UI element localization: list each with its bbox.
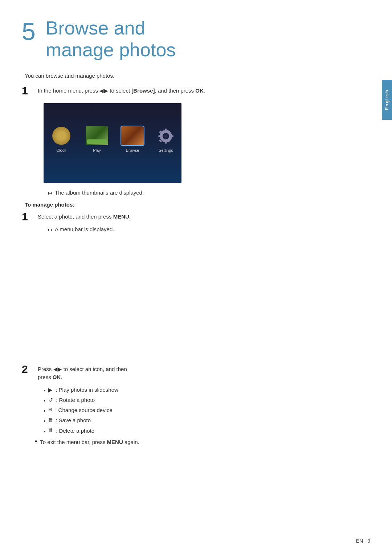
- browse-icon: [121, 126, 144, 145]
- exit-bullet: • To exit the menu bar, press MENU again…: [35, 438, 341, 447]
- clock-icon: [50, 126, 73, 145]
- step-2-nav-icon: ◀▶: [53, 366, 62, 372]
- browse-shape: [121, 126, 144, 145]
- chapter-heading: 5 Browse and manage photos: [22, 17, 341, 61]
- result-1: ↦ The album thumbnails are displayed.: [48, 190, 341, 196]
- gear-svg: [158, 129, 173, 144]
- step-1-number: 1: [22, 85, 38, 97]
- bullet-dot-source: •: [44, 406, 45, 416]
- play-icon: [86, 126, 108, 145]
- step-1: 1 In the home menu, press ◀▶ to select […: [22, 85, 341, 97]
- step-2: 2 Press ◀▶ to select an icon, and thenpr…: [22, 363, 341, 382]
- intro-text: You can browse and manage photos.: [25, 73, 341, 79]
- step-2-bullets: • ▶ : Play photos in slideshow • ↺ : Rot…: [44, 385, 341, 436]
- bullet-play-icon: ▶: [48, 385, 53, 395]
- bullet-dot-rotate: •: [44, 396, 45, 406]
- section-heading: To manage photos:: [25, 201, 341, 208]
- step-1b: 1 Select a photo, and then press MENU.: [22, 211, 341, 223]
- chapter-number: 5: [22, 19, 36, 44]
- settings-label: Settings: [159, 148, 173, 152]
- bullet-rotate: • ↺ : Rotate a photo: [44, 395, 341, 406]
- bullet-delete-icon: 🗑: [48, 426, 53, 435]
- clock-shape: [52, 127, 70, 145]
- step-2-text-before: Press: [38, 366, 53, 372]
- bullet-rotate-text: : Rotate a photo: [56, 395, 95, 405]
- page: English 5 Browse and manage photos You c…: [0, 0, 392, 554]
- exit-bullet-dot: •: [35, 438, 37, 445]
- chapter-title-line1: Browse and: [46, 17, 146, 38]
- bullet-rotate-icon: ↺: [48, 395, 53, 405]
- bullet-source: • ⊟ : Change source device: [44, 406, 341, 416]
- menu-item-clock: Clock: [50, 126, 73, 152]
- svg-rect-5: [171, 135, 173, 137]
- result-arrow-icon: ↦: [48, 190, 53, 196]
- browse-label: Browse: [126, 148, 139, 152]
- page-number: 9: [367, 538, 370, 544]
- svg-rect-2: [165, 129, 167, 131]
- bullet-play-text: : Play photos in slideshow: [56, 385, 118, 395]
- step-1b-text: Select a photo, and then press MENU.: [38, 211, 131, 221]
- bullet-source-text: : Change source device: [55, 406, 113, 415]
- clock-label: Clock: [56, 148, 66, 152]
- result-1-text: The album thumbnails are displayed.: [55, 190, 144, 196]
- step-1-text-middle: to select [Browse], and then press OK.: [108, 87, 205, 94]
- svg-point-1: [164, 134, 168, 138]
- result-1b-arrow-icon: ↦: [48, 227, 53, 233]
- bullet-dot-play: •: [44, 386, 45, 395]
- menu-item-settings: Settings: [157, 127, 175, 152]
- bullet-save-text: : Save a photo: [56, 416, 91, 425]
- step-2-number: 2: [22, 363, 38, 375]
- play-label: Play: [93, 148, 101, 152]
- svg-rect-3: [165, 141, 167, 144]
- nav-arrows-icon: ◀▶: [99, 87, 108, 94]
- spacer-large: [22, 237, 341, 360]
- bullet-dot-delete: •: [44, 427, 45, 436]
- step-2-text-after: to select an icon, and then: [62, 366, 127, 372]
- bottom-bar: EN 9: [356, 538, 370, 544]
- bullet-source-icon: ⊟: [48, 406, 52, 414]
- page-lang: EN: [356, 538, 363, 544]
- bullet-play: • ▶ : Play photos in slideshow: [44, 385, 341, 395]
- step-2-text: Press ◀▶ to select an icon, and thenpres…: [38, 363, 127, 382]
- bullet-dot-save: •: [44, 416, 45, 426]
- step-1-text-before: In the home menu, press: [38, 87, 99, 94]
- menu-item-play: Play: [86, 126, 108, 152]
- menu-item-browse: Browse: [121, 126, 144, 152]
- chapter-title-line2: manage photos: [46, 39, 176, 60]
- bullet-delete: • 🗑 : Delete a photo: [44, 426, 341, 436]
- play-shape: [86, 126, 108, 145]
- bullet-save: • ▦ : Save a photo: [44, 416, 341, 426]
- result-1b-text: A menu bar is displayed.: [55, 226, 114, 232]
- step-1-text: In the home menu, press ◀▶ to select [Br…: [38, 85, 205, 95]
- step-2-press-ok: press OK.: [38, 374, 62, 380]
- settings-icon: [157, 127, 175, 145]
- screenshot-menu: Clock Play Browse: [44, 126, 181, 160]
- chapter-title: Browse and manage photos: [46, 17, 176, 61]
- svg-rect-4: [158, 135, 161, 137]
- bullet-delete-text: : Delete a photo: [56, 426, 94, 436]
- language-label: English: [384, 89, 389, 110]
- language-tab: English: [382, 80, 392, 120]
- screenshot-box: Clock Play Browse: [44, 103, 181, 183]
- step-1b-text-content: Select a photo, and then press MENU.: [38, 213, 131, 220]
- step-1b-number: 1: [22, 211, 38, 223]
- bullet-save-icon: ▦: [48, 416, 53, 424]
- exit-bullet-text: To exit the menu bar, press MENU again.: [40, 438, 139, 447]
- result-1b: ↦ A menu bar is displayed.: [48, 226, 341, 233]
